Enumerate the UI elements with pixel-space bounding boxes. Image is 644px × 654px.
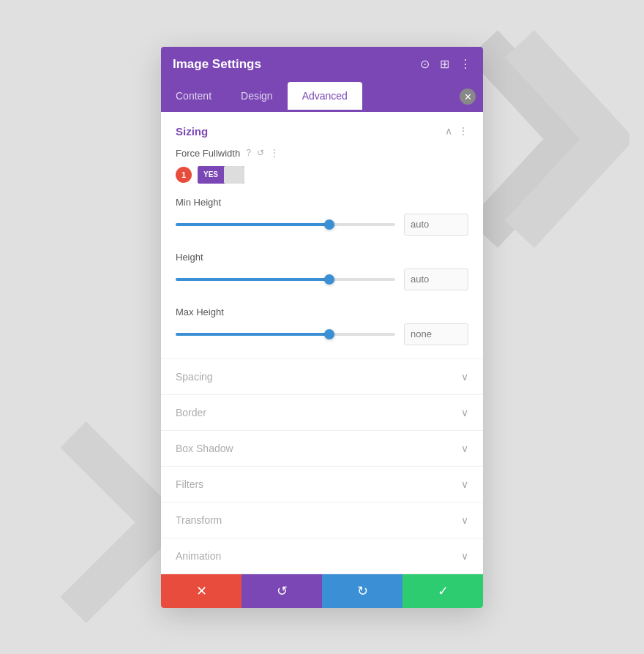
tab-advanced[interactable]: Advanced	[288, 82, 362, 112]
modal-title: Image Settings	[173, 57, 261, 72]
cancel-icon: ✕	[196, 583, 207, 599]
animation-chevron-icon: ∨	[461, 550, 468, 562]
sizing-section-header: Sizing ∧ ⋮	[161, 112, 483, 145]
tab-design[interactable]: Design	[226, 82, 288, 112]
height-slider-row: auto	[176, 268, 468, 290]
collapse-icon[interactable]: ∧	[445, 125, 452, 137]
max-height-label: Max Height	[176, 307, 468, 317]
height-value[interactable]: auto	[404, 268, 468, 290]
undo-button[interactable]: ↺	[242, 574, 322, 608]
sizing-more-icon[interactable]: ⋮	[458, 125, 468, 137]
sizing-section-body: Force Fullwidth ? ↺ ⋮ 1 YES Min Height	[161, 145, 483, 358]
border-chevron-icon: ∨	[461, 407, 468, 418]
animation-label: Animation	[176, 550, 221, 562]
max-height-track	[176, 333, 395, 336]
reset-icon[interactable]: ↺	[257, 148, 264, 158]
transform-section[interactable]: Transform ∨	[161, 503, 483, 538]
undo-icon: ↺	[277, 583, 288, 599]
modal-tabs: Content Design Advanced ✕	[161, 82, 483, 112]
header-icons: ⊙ ⊞ ⋮	[420, 57, 471, 71]
save-icon: ✓	[438, 583, 449, 599]
transform-chevron-icon: ∨	[461, 514, 468, 526]
redo-button[interactable]: ↻	[322, 574, 402, 608]
toggle-no-area	[224, 166, 244, 184]
step-badge: 1	[176, 167, 192, 183]
min-height-fill	[176, 223, 329, 226]
modal-footer: ✕ ↺ ↻ ✓	[161, 574, 483, 608]
max-height-slider-row: none	[176, 323, 468, 345]
box-shadow-chevron-icon: ∨	[461, 443, 468, 454]
max-height-field: Max Height none	[176, 307, 468, 345]
modal-body: Sizing ∧ ⋮ Force Fullwidth ? ↺ ⋮ 1 Y	[161, 112, 483, 574]
border-section[interactable]: Border ∨	[161, 395, 483, 431]
force-fullwidth-toggle[interactable]: YES	[198, 166, 244, 184]
layout-icon[interactable]: ⊞	[440, 57, 449, 71]
box-shadow-label: Box Shadow	[176, 443, 233, 454]
sizing-section: Sizing ∧ ⋮ Force Fullwidth ? ↺ ⋮ 1 Y	[161, 112, 483, 359]
sizing-header-icons: ∧ ⋮	[445, 125, 468, 137]
force-fullwidth-label: Force Fullwidth	[176, 148, 240, 159]
min-height-value[interactable]: auto	[404, 214, 468, 236]
height-slider-wrap[interactable]	[176, 278, 395, 281]
help-icon[interactable]: ?	[246, 148, 251, 158]
height-field: Height auto	[176, 252, 468, 290]
height-track	[176, 278, 395, 281]
max-height-slider-wrap[interactable]	[176, 333, 395, 336]
close-icon: ✕	[460, 89, 476, 105]
animation-section[interactable]: Animation ∨	[161, 538, 483, 574]
height-label: Height	[176, 252, 468, 263]
height-fill	[176, 278, 329, 281]
min-height-thumb[interactable]	[324, 219, 334, 230]
focus-icon[interactable]: ⊙	[420, 57, 430, 71]
sizing-title: Sizing	[176, 125, 208, 138]
save-button[interactable]: ✓	[402, 574, 483, 608]
modal-header: Image Settings ⊙ ⊞ ⋮	[161, 47, 483, 82]
redo-icon: ↻	[357, 583, 368, 599]
filters-chevron-icon: ∨	[461, 478, 468, 490]
image-settings-modal: Image Settings ⊙ ⊞ ⋮ Content Design Adva…	[161, 47, 483, 608]
field-more-icon[interactable]: ⋮	[270, 148, 279, 158]
filters-section[interactable]: Filters ∨	[161, 467, 483, 503]
border-label: Border	[176, 407, 206, 418]
box-shadow-section[interactable]: Box Shadow ∨	[161, 431, 483, 467]
min-height-track	[176, 223, 395, 226]
spacing-section[interactable]: Spacing ∨	[161, 359, 483, 395]
height-thumb[interactable]	[324, 274, 334, 285]
max-height-value[interactable]: none	[404, 323, 468, 345]
cancel-button[interactable]: ✕	[161, 574, 242, 608]
filters-label: Filters	[176, 478, 203, 490]
force-fullwidth-toggle-row: 1 YES	[176, 166, 468, 184]
force-fullwidth-label-row: Force Fullwidth ? ↺ ⋮	[176, 148, 468, 159]
min-height-slider-wrap[interactable]	[176, 223, 395, 226]
min-height-slider-row: auto	[176, 214, 468, 236]
max-height-thumb[interactable]	[324, 329, 334, 339]
min-height-field: Min Height auto	[176, 197, 468, 236]
toggle-yes-label: YES	[198, 166, 224, 184]
tab-content[interactable]: Content	[161, 82, 226, 112]
transform-label: Transform	[176, 514, 222, 526]
max-height-fill	[176, 333, 329, 336]
tab-close-button[interactable]: ✕	[460, 82, 483, 112]
spacing-label: Spacing	[176, 371, 213, 383]
min-height-label: Min Height	[176, 197, 468, 208]
more-icon[interactable]: ⋮	[460, 57, 471, 71]
spacing-chevron-icon: ∨	[461, 371, 468, 383]
